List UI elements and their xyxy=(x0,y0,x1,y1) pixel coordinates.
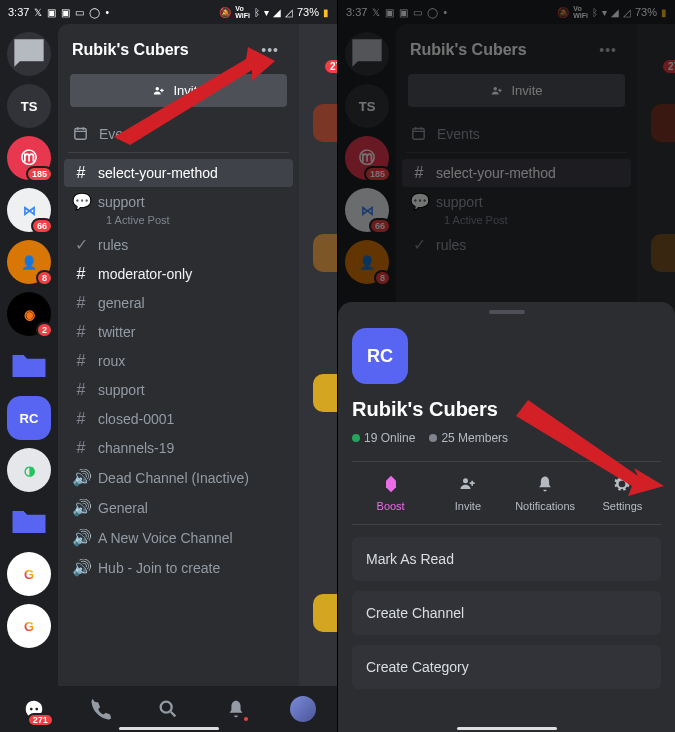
nav-profile[interactable] xyxy=(283,689,323,729)
peek-panel[interactable]: 27 xyxy=(299,24,337,686)
network-type-icon: VoWiFi xyxy=(235,5,250,19)
guild-icon[interactable]: G xyxy=(7,552,51,596)
server-actions-sheet: RC Rubik's Cubers 19 Online 25 Members B… xyxy=(338,302,675,732)
channel-item[interactable]: 🔊General xyxy=(64,493,293,522)
screen-server-menu: 3:37 𝕏 ▣ ▣ ▭ ◯ • 🔕 VoWiFi ᛒ ▾ ◢ ◿ 73% ▮ … xyxy=(338,0,675,732)
guild-icon[interactable]: G xyxy=(7,604,51,648)
create-category-item[interactable]: Create Category xyxy=(352,645,661,689)
dnd-icon: 🔕 xyxy=(219,7,231,18)
home-indicator xyxy=(119,727,219,730)
channel-item[interactable]: 💬support xyxy=(64,188,293,215)
channel-name: general xyxy=(98,295,145,311)
hash-icon: # xyxy=(72,439,90,457)
settings-button[interactable]: Settings xyxy=(584,462,661,524)
guild-icon[interactable]: ⋈66 xyxy=(7,188,51,232)
guild-folder[interactable] xyxy=(7,500,51,544)
speaker-icon: 🔊 xyxy=(72,468,90,487)
calendar-icon xyxy=(72,125,89,142)
hash-icon: # xyxy=(72,265,90,283)
more-options-button[interactable]: ••• xyxy=(255,38,285,62)
events-label: Events xyxy=(99,126,142,142)
mention-pill[interactable]: 27 xyxy=(325,60,337,73)
boost-button[interactable]: Boost xyxy=(352,462,429,524)
channel-item[interactable]: #twitter xyxy=(64,318,293,346)
channel-item[interactable]: #select-your-method xyxy=(64,159,293,187)
battery-icon: ▮ xyxy=(323,7,329,18)
channel-name: select-your-method xyxy=(98,165,218,181)
channel-item[interactable]: #channels-19 xyxy=(64,434,293,462)
wifi-icon: ▾ xyxy=(264,7,269,18)
status-time: 3:37 xyxy=(8,6,29,18)
create-channel-item[interactable]: Create Channel xyxy=(352,591,661,635)
server-avatar: RC xyxy=(352,328,408,384)
bottom-nav: 271 xyxy=(0,686,337,732)
guild-icon[interactable]: 👤8 xyxy=(7,240,51,284)
battery-percent: 73% xyxy=(297,6,319,18)
signal-none-icon: ◿ xyxy=(285,7,293,18)
peek-icon xyxy=(313,234,337,272)
svg-point-8 xyxy=(463,478,468,483)
speaker-icon: 🔊 xyxy=(72,498,90,517)
channel-item[interactable]: 🔊A New Voice Channel xyxy=(64,523,293,552)
channel-subtitle: 1 Active Post xyxy=(64,214,293,230)
forum-icon: 💬 xyxy=(72,192,90,211)
screen-channel-list: 3:37 𝕏 ▣ ▣ ▭ ◯ • 🔕 VoWiFi ᛒ ▾ ◢ ◿ 73% ▮ … xyxy=(0,0,337,732)
server-panel: Rubik's Cubers ••• Invite Events #select… xyxy=(58,24,299,686)
svg-point-0 xyxy=(156,86,160,90)
dm-icon[interactable] xyxy=(7,32,51,76)
svg-point-2 xyxy=(30,708,33,711)
peek-icon xyxy=(313,374,337,412)
sheet-title: Rubik's Cubers xyxy=(352,398,661,421)
mark-as-read-item[interactable]: Mark As Read xyxy=(352,537,661,581)
invite-button[interactable]: Invite xyxy=(70,74,287,107)
twitter-icon: 𝕏 xyxy=(34,7,42,18)
channel-item[interactable]: #general xyxy=(64,289,293,317)
channel-name: rules xyxy=(98,237,128,253)
bell-icon xyxy=(535,474,555,494)
channel-name: support xyxy=(98,382,145,398)
channel-name: roux xyxy=(98,353,125,369)
signal-icon: ◢ xyxy=(273,7,281,18)
hash-icon: # xyxy=(72,381,90,399)
home-badge: 271 xyxy=(27,713,54,727)
notifications-button[interactable]: Notifications xyxy=(507,462,584,524)
nav-notifications[interactable] xyxy=(216,689,256,729)
guild-icon[interactable]: ◉2 xyxy=(7,292,51,336)
dot-icon: • xyxy=(105,7,109,18)
guild-icon[interactable]: ◑ xyxy=(7,448,51,492)
channel-name: channels-19 xyxy=(98,440,174,456)
image-icon: ▣ xyxy=(61,7,70,18)
hash-lock-icon: # xyxy=(72,410,90,428)
nav-home[interactable]: 271 xyxy=(14,689,54,729)
channel-item[interactable]: 🔊Hub - Join to create xyxy=(64,553,293,582)
channel-item[interactable]: #support xyxy=(64,376,293,404)
nav-search[interactable] xyxy=(148,689,188,729)
channel-name: General xyxy=(98,500,148,516)
nav-friends[interactable] xyxy=(81,689,121,729)
channel-item[interactable]: #roux xyxy=(64,347,293,375)
invite-button[interactable]: Invite xyxy=(429,462,506,524)
check-icon: ✓ xyxy=(72,235,90,254)
guild-icon[interactable]: TS xyxy=(7,84,51,128)
guild-icon-active[interactable]: RC xyxy=(7,396,51,440)
channel-item[interactable]: ✓rules xyxy=(64,230,293,259)
notification-dot xyxy=(242,715,250,723)
member-count: 25 Members xyxy=(429,431,508,445)
speaker-icon: 🔊 xyxy=(72,528,90,547)
events-row[interactable]: Events xyxy=(58,117,299,150)
card-icon: ▭ xyxy=(75,7,84,18)
presence-row: 19 Online 25 Members xyxy=(352,431,661,445)
person-add-icon xyxy=(152,84,166,98)
guild-folder[interactable] xyxy=(7,344,51,388)
guild-icon[interactable]: ⓜ185 xyxy=(7,136,51,180)
channel-item[interactable]: #closed-0001 xyxy=(64,405,293,433)
channel-name: Dead Channel (Inactive) xyxy=(98,470,249,486)
drag-handle[interactable] xyxy=(489,310,525,314)
channel-item[interactable]: 🔊Dead Channel (Inactive) xyxy=(64,463,293,492)
guild-rail[interactable]: TS ⓜ185 ⋈66 👤8 ◉2 RC ◑ G G xyxy=(0,24,58,686)
hash-icon: # xyxy=(72,323,90,341)
channel-item[interactable]: #moderator-only xyxy=(64,260,293,288)
channel-list[interactable]: #select-your-method💬support1 Active Post… xyxy=(58,159,299,582)
hash-icon: # xyxy=(72,352,90,370)
gear-icon xyxy=(612,474,632,494)
